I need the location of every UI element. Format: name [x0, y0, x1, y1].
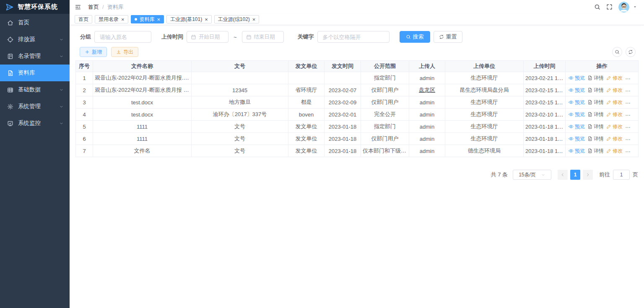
- detail-link[interactable]: 详情: [587, 148, 604, 155]
- chevron-down-icon: [541, 173, 545, 177]
- group-label: 分组: [80, 33, 91, 41]
- tab-industry-zong-102[interactable]: 工业源(综102)×: [214, 15, 260, 23]
- preview-link[interactable]: 预览: [569, 111, 585, 118]
- cell-file-name: 观音山东-2022年02月-断面水质月报.docx: [93, 72, 192, 84]
- prev-page-button[interactable]: [558, 170, 568, 180]
- data-table: 序号文件名称文号发文单位发文时间公开范围上传人上传单位上传时间操作 1观音山东-…: [75, 60, 639, 157]
- cell-scope: 仅部门用户: [361, 133, 409, 145]
- detail-label: 详情: [594, 75, 604, 82]
- chevron-down-icon: [59, 88, 64, 92]
- sidebar-item-base-data[interactable]: 基础数据: [0, 81, 70, 98]
- table-row: 3test.docx地方撒旦都是2023-02-09仅部门用户admin生态环境…: [76, 96, 639, 109]
- caret-down-icon[interactable]: [633, 5, 637, 9]
- search-button[interactable]: 搜索: [400, 31, 430, 43]
- fullscreen-icon[interactable]: [606, 4, 613, 10]
- sidebar-item-catalog-management[interactable]: 名录管理: [0, 48, 70, 65]
- edit-label: 修改: [613, 111, 623, 118]
- sidebar-item-system-management[interactable]: 系统管理: [0, 98, 70, 115]
- header-search-icon[interactable]: [594, 4, 600, 10]
- cell-issuing-unit: 发文单位: [288, 121, 325, 133]
- column-header: 序号: [76, 61, 93, 72]
- tab-disabled-catalog[interactable]: 禁用名录×: [95, 15, 128, 23]
- cell-file-name: 观音山东-2022年02月-断面水质月报 (1).docx: [93, 84, 192, 96]
- sidebar-item-home[interactable]: 首页: [0, 14, 70, 31]
- tab-home[interactable]: 首页: [75, 15, 92, 23]
- avatar[interactable]: [618, 2, 629, 13]
- cell-upload-time: 2023-01-18 16:15: [524, 121, 566, 133]
- edit-icon: [606, 88, 611, 93]
- cell-file-name: test.docx: [93, 109, 192, 121]
- detail-link[interactable]: 详情: [587, 99, 604, 106]
- cell-upload-unit: 生态环境厅: [445, 109, 524, 121]
- cell-doc-number: 地方撒旦: [192, 96, 288, 109]
- group-input[interactable]: [94, 31, 151, 43]
- preview-link[interactable]: 预览: [569, 99, 585, 106]
- tab-library[interactable]: 资料库×: [131, 15, 164, 23]
- page-unit-label: 页: [633, 171, 638, 179]
- close-icon[interactable]: ×: [252, 17, 256, 22]
- edit-link[interactable]: 修改: [606, 135, 623, 142]
- sidebar-collapse-icon[interactable]: [75, 4, 81, 10]
- edit-label: 修改: [613, 75, 623, 82]
- edit-icon: [606, 136, 611, 141]
- detail-link[interactable]: 详情: [587, 111, 604, 118]
- cell-index: 2: [76, 84, 93, 96]
- table-search-button[interactable]: [612, 47, 622, 57]
- sidebar-item-library[interactable]: 资料库: [0, 65, 70, 81]
- close-icon[interactable]: ×: [205, 17, 208, 22]
- tab-industry-base-101[interactable]: 工业源(基101)×: [166, 15, 212, 23]
- table-row: 7文件名文号发文单位2023-01-18仅本部门和下级用户admin德生态环境局…: [76, 145, 639, 157]
- cell-index: 5: [76, 121, 93, 133]
- export-button[interactable]: 导出: [111, 47, 138, 57]
- preview-link[interactable]: 预览: [569, 87, 585, 94]
- search-icon: [615, 49, 620, 54]
- goto-page-input[interactable]: [613, 170, 630, 180]
- edit-link[interactable]: 修改: [606, 123, 623, 130]
- edit-link[interactable]: 修改: [606, 87, 623, 94]
- eye-icon: [569, 100, 574, 105]
- detail-link[interactable]: 详情: [587, 135, 604, 142]
- edit-link[interactable]: 修改: [606, 148, 623, 155]
- detail-link[interactable]: 详情: [587, 87, 604, 94]
- preview-link[interactable]: 预览: [569, 123, 585, 130]
- column-header: 操作: [566, 61, 639, 72]
- sidebar-item-label: 首页: [18, 19, 29, 26]
- eye-icon: [569, 136, 574, 141]
- edit-link[interactable]: 修改: [606, 99, 623, 106]
- edit-link[interactable]: 修改: [606, 111, 623, 118]
- detail-link[interactable]: 详情: [587, 75, 604, 82]
- tab-label: 禁用名录: [99, 16, 119, 23]
- table-row: 4test.docx渝环办〔2017〕337号boven2023-02-01完全…: [76, 109, 639, 121]
- cell-issue-date: 2023-01-18: [325, 133, 361, 145]
- preview-label: 预览: [575, 135, 585, 142]
- page-size-select[interactable]: 15条/页: [513, 170, 551, 180]
- cell-uploader: admin: [409, 145, 445, 157]
- table-refresh-button[interactable]: [626, 47, 636, 57]
- next-page-button[interactable]: [583, 170, 593, 180]
- breadcrumb-home[interactable]: 首页: [88, 3, 99, 11]
- breadcrumb-separator: /: [102, 4, 104, 10]
- edit-label: 修改: [613, 135, 623, 142]
- file-icon: [587, 112, 592, 117]
- add-button[interactable]: 新增: [80, 47, 107, 57]
- sidebar-menu: 首页排放源名录管理资料库基础数据系统管理系统监控: [0, 14, 70, 308]
- cell-issuing-unit: 发文单位: [288, 145, 325, 157]
- cell-upload-unit: 德生态环境局: [445, 145, 524, 157]
- reset-button[interactable]: 重置: [434, 31, 462, 43]
- preview-link[interactable]: 预览: [569, 148, 585, 155]
- column-header: 文件名称: [93, 61, 192, 72]
- preview-link[interactable]: 预览: [569, 75, 585, 82]
- sidebar-item-emission-source[interactable]: 排放源: [0, 31, 70, 48]
- end-date-input[interactable]: 结束日期: [242, 31, 284, 43]
- page-number-1[interactable]: 1: [570, 170, 580, 180]
- start-date-input[interactable]: 开始日期: [187, 31, 229, 43]
- close-icon[interactable]: ×: [121, 17, 125, 22]
- end-date-placeholder: 结束日期: [254, 34, 275, 41]
- reset-button-label: 重置: [446, 33, 457, 41]
- detail-link[interactable]: 详情: [587, 123, 604, 130]
- sidebar-item-system-monitor[interactable]: 系统监控: [0, 115, 70, 132]
- preview-link[interactable]: 预览: [569, 135, 585, 142]
- edit-link[interactable]: 修改: [606, 75, 623, 82]
- keyword-input[interactable]: [317, 31, 390, 43]
- close-icon[interactable]: ×: [157, 17, 161, 22]
